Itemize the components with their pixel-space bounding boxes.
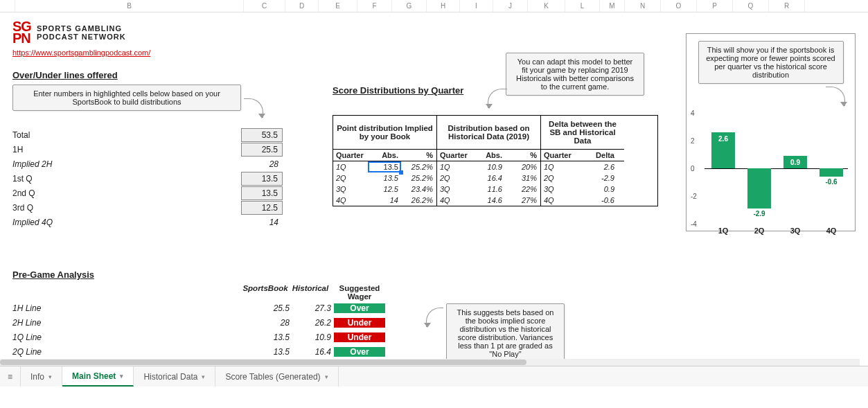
pga-label: 2H Line bbox=[12, 318, 241, 328]
brand-url-link[interactable]: https://www.sportsgamblingpodcast.com/ bbox=[12, 48, 150, 57]
dist-row: 1Q10.920% bbox=[437, 161, 540, 172]
dist-sub-q2: Quarter bbox=[437, 150, 472, 161]
pga-sb-value: 25.5 bbox=[241, 303, 290, 313]
col-O[interactable]: O bbox=[661, 0, 697, 12]
col-L[interactable]: L bbox=[565, 0, 600, 12]
pga-suggested-wager: Over bbox=[334, 303, 385, 313]
ou-input-cell[interactable]: 13.5 bbox=[241, 172, 283, 186]
col-D[interactable]: D bbox=[285, 0, 319, 12]
ou-input-cell[interactable]: 53.5 bbox=[241, 128, 283, 142]
dist-row: 3Q11.622% bbox=[437, 184, 540, 195]
chart-bar bbox=[747, 168, 771, 209]
ou-label: Total bbox=[12, 129, 123, 141]
chevron-down-icon[interactable]: ▾ bbox=[120, 373, 123, 380]
dist-row: 4Q1426.2% bbox=[333, 195, 436, 206]
dist-cell[interactable]: 0.9 bbox=[576, 184, 617, 195]
dist-cell[interactable]: 1Q bbox=[333, 161, 368, 172]
dist-cell[interactable]: 25.2% bbox=[401, 161, 436, 172]
dist-cell[interactable]: 3Q bbox=[541, 184, 576, 195]
dist-cell[interactable]: 1Q bbox=[437, 161, 472, 172]
col-C[interactable]: C bbox=[244, 0, 285, 12]
brand-logo: SG PN bbox=[12, 21, 31, 44]
dist-cell[interactable]: 2Q bbox=[333, 172, 368, 184]
chevron-down-icon[interactable]: ▾ bbox=[48, 373, 52, 380]
col-R[interactable]: R bbox=[769, 0, 805, 12]
pga-head-hist: Historical bbox=[290, 284, 331, 301]
ou-input-cell[interactable]: 25.5 bbox=[241, 143, 283, 157]
chart-ytick: -2 bbox=[691, 193, 697, 200]
dist-row: 4Q-0.6 bbox=[541, 195, 624, 206]
ou-label: Implied 2H bbox=[12, 158, 123, 170]
col-P[interactable]: P bbox=[697, 0, 733, 12]
dist-cell[interactable]: 2Q bbox=[541, 172, 576, 184]
dist-cell[interactable]: 25.2% bbox=[401, 172, 436, 184]
dist-cell[interactable]: 4Q bbox=[437, 195, 472, 206]
ou-label: 2nd Q bbox=[12, 187, 123, 199]
col-F[interactable]: F bbox=[357, 0, 392, 12]
col-B[interactable]: B bbox=[15, 0, 244, 12]
dist-cell[interactable]: 12.5 bbox=[368, 184, 401, 195]
dist-cell[interactable]: 31% bbox=[505, 172, 540, 184]
dist-cell[interactable]: 2.6 bbox=[576, 161, 617, 172]
ou-input-cell[interactable]: 13.5 bbox=[241, 186, 283, 200]
dist-cell[interactable]: 14 bbox=[368, 195, 401, 206]
spreadsheet-body[interactable]: SG PN SPORTS GAMBLING PODCAST NETWORK ht… bbox=[0, 12, 868, 387]
dist-cell[interactable]: 4Q bbox=[541, 195, 576, 206]
chevron-down-icon[interactable]: ▾ bbox=[325, 373, 328, 380]
dist-sub-pct2: % bbox=[505, 150, 540, 161]
dist-cell[interactable]: 13.5 bbox=[368, 172, 401, 184]
dist-sub-pct: % bbox=[401, 150, 436, 161]
dist-cell[interactable]: 14.6 bbox=[472, 195, 505, 206]
dist-cell[interactable]: 23.4% bbox=[401, 184, 436, 195]
col-G[interactable]: G bbox=[392, 0, 427, 12]
dist-sub-abs: Abs. bbox=[368, 150, 401, 161]
pga-label: 1Q Line bbox=[12, 332, 241, 342]
col-H[interactable]: H bbox=[427, 0, 460, 12]
col-E[interactable]: E bbox=[319, 0, 357, 12]
sheet-tab[interactable]: Score Tables (Generated)▾ bbox=[215, 366, 338, 387]
col-J[interactable]: J bbox=[493, 0, 528, 12]
dist-head-delta: Delta between the SB and Historical Data bbox=[541, 116, 624, 149]
callout-arrow-icon bbox=[426, 308, 443, 327]
sheet-tab[interactable]: Main Sheet▾ bbox=[62, 366, 134, 387]
dist-row: 1Q2.6 bbox=[541, 161, 624, 172]
dist-cell[interactable]: 16.4 bbox=[472, 172, 505, 184]
dist-cell[interactable]: 27% bbox=[505, 195, 540, 206]
all-sheets-menu-icon[interactable]: ≡ bbox=[0, 366, 21, 387]
pga-hist-value: 26.2 bbox=[290, 318, 331, 328]
dist-tables: Point distribution Implied by your Book … bbox=[333, 115, 658, 206]
col-M[interactable]: M bbox=[600, 0, 625, 12]
dist-cell[interactable]: 11.6 bbox=[472, 184, 505, 195]
chart-bar-label: 2.6 bbox=[711, 135, 735, 143]
ou-input-cell[interactable]: 12.5 bbox=[241, 201, 283, 215]
chart-x-label: 4Q bbox=[820, 227, 843, 235]
dist-cell[interactable]: 1Q bbox=[541, 161, 576, 172]
dist-cell[interactable]: 13.5 bbox=[368, 161, 401, 172]
dist-cell[interactable]: 26.2% bbox=[401, 195, 436, 206]
col-I[interactable]: I bbox=[460, 0, 493, 12]
dist-cell[interactable]: 2Q bbox=[437, 172, 472, 184]
dist-cell[interactable]: 3Q bbox=[333, 184, 368, 195]
chart-bar-label: -2.9 bbox=[747, 210, 771, 218]
dist-cell[interactable]: 4Q bbox=[333, 195, 368, 206]
dist-cell[interactable]: 22% bbox=[505, 184, 540, 195]
dist-cell[interactable]: 3Q bbox=[437, 184, 472, 195]
sheet-tab[interactable]: Info▾ bbox=[21, 366, 62, 387]
callout-arrow-icon bbox=[826, 87, 845, 106]
dist-cell[interactable]: 10.9 bbox=[472, 161, 505, 172]
chart-bar-label: 0.9 bbox=[783, 159, 807, 166]
col-Q[interactable]: Q bbox=[733, 0, 769, 12]
sheet-tab[interactable]: Historical Data▾ bbox=[134, 366, 215, 387]
dist-cell[interactable]: -2.9 bbox=[576, 172, 617, 184]
scrollbar-thumb[interactable] bbox=[0, 360, 526, 365]
col-N[interactable]: N bbox=[625, 0, 661, 12]
dist-cell[interactable]: 20% bbox=[505, 161, 540, 172]
pga-sb-value: 13.5 bbox=[241, 332, 290, 342]
col-K[interactable]: K bbox=[528, 0, 565, 12]
dist-cell[interactable]: -0.6 bbox=[576, 195, 617, 206]
horizontal-scrollbar[interactable] bbox=[0, 359, 860, 366]
chevron-down-icon[interactable]: ▾ bbox=[202, 373, 205, 380]
dist-sub-q3: Quarter bbox=[541, 150, 576, 161]
ou-value-cell: 14 bbox=[241, 216, 283, 229]
tab-label: Historical Data bbox=[143, 372, 197, 382]
